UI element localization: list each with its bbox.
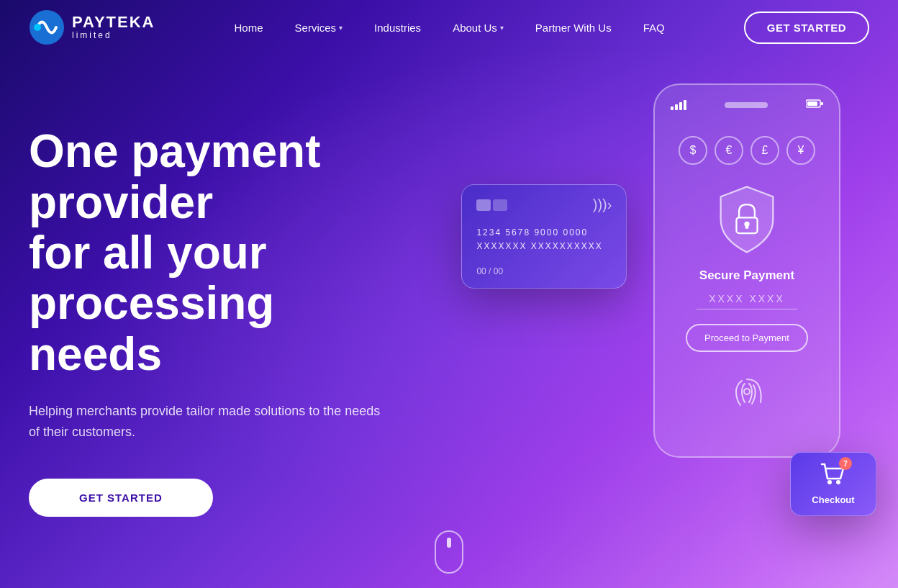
- svg-rect-3: [807, 101, 817, 106]
- logo[interactable]: PAYTEKA limited: [29, 9, 155, 45]
- hero-left: One payment provider for all your proces…: [29, 126, 483, 517]
- scroll-indicator: [435, 530, 463, 574]
- hero-subtitle: Helping merchants provide tailor made so…: [29, 401, 389, 443]
- shield-container: [711, 184, 783, 255]
- nav-get-started-button[interactable]: GET STARTED: [744, 12, 869, 44]
- svg-point-10: [836, 480, 840, 484]
- cart-count-badge: 7: [839, 457, 852, 470]
- cart-badge: 7: [820, 463, 846, 489]
- nav-industries[interactable]: Industries: [361, 16, 434, 40]
- svg-point-1: [34, 24, 41, 31]
- phone-mockup: $ € £ ¥ Secure Payment XXXX: [653, 83, 840, 458]
- svg-rect-4: [821, 102, 823, 105]
- navigation: PAYTEKA limited Home Services ▾ Industri…: [0, 0, 898, 55]
- proceed-payment-button[interactable]: Proceed to Payment: [686, 324, 808, 352]
- hero-cta-button[interactable]: GET STARTED: [29, 479, 213, 517]
- services-chevron-icon: ▾: [339, 24, 343, 32]
- svg-point-9: [827, 480, 832, 484]
- card-input-placeholder: XXXX XXXX: [697, 293, 797, 309]
- hero-right: )))› 1234 5678 9000 0000 XXXXXXX XXXXXXX…: [483, 55, 855, 588]
- currency-row: $ € £ ¥: [679, 136, 815, 165]
- hero-title: One payment provider for all your proces…: [29, 126, 454, 379]
- card-number: 1234 5678 9000 0000 XXXXXXX XXXXXXXXXX: [476, 226, 612, 253]
- card-chip: [476, 199, 507, 211]
- about-chevron-icon: ▾: [500, 24, 504, 32]
- logo-icon: [29, 9, 65, 45]
- contactless-icon: )))›: [593, 196, 612, 213]
- eur-icon: €: [715, 136, 743, 165]
- phone-status-bar: [666, 99, 827, 110]
- phone-notch: [725, 102, 768, 108]
- checkout-card: 7 Checkout: [790, 452, 876, 516]
- fingerprint-icon: [729, 374, 765, 412]
- gbp-icon: £: [750, 136, 779, 165]
- svg-point-8: [744, 389, 750, 394]
- svg-rect-7: [745, 224, 749, 228]
- hero-section: One payment provider for all your proces…: [0, 55, 898, 588]
- nav-partner[interactable]: Partner With Us: [522, 16, 625, 40]
- nav-home[interactable]: Home: [222, 16, 276, 40]
- signal-bars-icon: [671, 100, 686, 110]
- checkout-label: Checkout: [812, 494, 854, 505]
- scroll-dot: [447, 538, 451, 548]
- logo-text: PAYTEKA limited: [72, 14, 155, 40]
- battery-icon: [806, 99, 823, 110]
- usd-icon: $: [679, 136, 707, 165]
- nav-links: Home Services ▾ Industries About Us ▾ Pa…: [222, 16, 678, 40]
- jpy-icon: ¥: [786, 136, 815, 165]
- secure-payment-label: Secure Payment: [699, 268, 794, 283]
- shield-icon: [711, 184, 783, 255]
- nav-faq[interactable]: FAQ: [630, 16, 678, 40]
- nav-services[interactable]: Services ▾: [282, 16, 356, 40]
- nav-about[interactable]: About Us ▾: [440, 16, 517, 40]
- credit-card: )))› 1234 5678 9000 0000 XXXXXXX XXXXXXX…: [461, 184, 627, 289]
- card-expiry: 00 / 00: [476, 266, 503, 276]
